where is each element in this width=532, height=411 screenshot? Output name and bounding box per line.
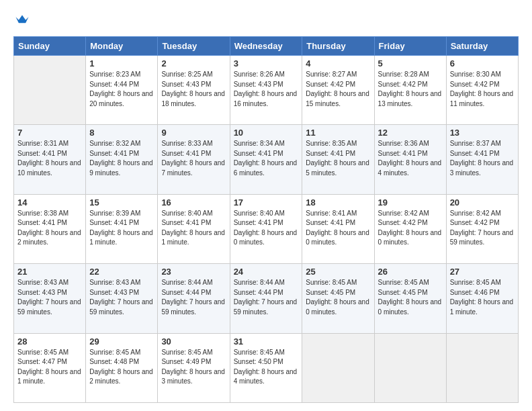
- day-number: 8: [89, 128, 154, 138]
- day-number: 28: [17, 336, 82, 347]
- day-info: Sunrise: 8:45 AMSunset: 4:50 PMDaylight:…: [234, 348, 299, 387]
- day-number: 11: [306, 128, 370, 138]
- calendar-cell: 21Sunrise: 8:43 AMSunset: 4:43 PMDayligh…: [14, 264, 86, 333]
- day-info: Sunrise: 8:45 AMSunset: 4:45 PMDaylight:…: [378, 278, 443, 317]
- svg-marker-0: [15, 15, 28, 23]
- day-number: 5: [378, 58, 443, 68]
- calendar-cell: 19Sunrise: 8:42 AMSunset: 4:42 PMDayligh…: [374, 194, 446, 263]
- day-number: 22: [89, 267, 154, 277]
- calendar-cell: 4Sunrise: 8:27 AMSunset: 4:42 PMDaylight…: [302, 56, 374, 125]
- day-number: 1: [89, 58, 154, 68]
- logo: [13, 12, 31, 30]
- calendar-cell: 22Sunrise: 8:43 AMSunset: 4:43 PMDayligh…: [86, 264, 158, 333]
- calendar-cell: 3Sunrise: 8:26 AMSunset: 4:43 PMDaylight…: [230, 56, 302, 125]
- day-info: Sunrise: 8:43 AMSunset: 4:43 PMDaylight:…: [89, 278, 154, 317]
- calendar-cell: 29Sunrise: 8:45 AMSunset: 4:48 PMDayligh…: [86, 333, 158, 402]
- day-info: Sunrise: 8:26 AMSunset: 4:43 PMDaylight:…: [234, 70, 299, 109]
- day-info: Sunrise: 8:45 AMSunset: 4:47 PMDaylight:…: [17, 348, 82, 387]
- calendar-cell: 10Sunrise: 8:34 AMSunset: 4:41 PMDayligh…: [230, 125, 302, 194]
- calendar-cell: 15Sunrise: 8:39 AMSunset: 4:41 PMDayligh…: [86, 194, 158, 263]
- day-number: 26: [378, 267, 443, 277]
- calendar-cell: 31Sunrise: 8:45 AMSunset: 4:50 PMDayligh…: [230, 333, 302, 402]
- day-number: 25: [306, 267, 370, 277]
- day-info: Sunrise: 8:36 AMSunset: 4:41 PMDaylight:…: [378, 139, 443, 178]
- calendar-cell: 16Sunrise: 8:40 AMSunset: 4:41 PMDayligh…: [158, 194, 230, 263]
- calendar-cell: 8Sunrise: 8:32 AMSunset: 4:41 PMDaylight…: [86, 125, 158, 194]
- day-info: Sunrise: 8:31 AMSunset: 4:41 PMDaylight:…: [17, 139, 82, 178]
- day-number: 20: [450, 197, 515, 208]
- day-number: 4: [306, 58, 370, 68]
- calendar-cell: 6Sunrise: 8:30 AMSunset: 4:42 PMDaylight…: [446, 56, 518, 125]
- day-number: 18: [306, 197, 370, 208]
- day-number: 16: [161, 197, 226, 208]
- calendar-cell: 14Sunrise: 8:38 AMSunset: 4:41 PMDayligh…: [14, 194, 86, 263]
- calendar-week-row: 14Sunrise: 8:38 AMSunset: 4:41 PMDayligh…: [14, 194, 519, 263]
- day-info: Sunrise: 8:34 AMSunset: 4:41 PMDaylight:…: [234, 139, 299, 178]
- calendar-cell: 11Sunrise: 8:35 AMSunset: 4:41 PMDayligh…: [302, 125, 374, 194]
- calendar-cell: 20Sunrise: 8:42 AMSunset: 4:42 PMDayligh…: [446, 194, 518, 263]
- day-number: 17: [234, 197, 299, 208]
- day-info: Sunrise: 8:45 AMSunset: 4:45 PMDaylight:…: [306, 278, 370, 317]
- day-of-week-header: Wednesday: [230, 37, 302, 56]
- day-info: Sunrise: 8:42 AMSunset: 4:42 PMDaylight:…: [450, 209, 515, 248]
- calendar-cell: 18Sunrise: 8:41 AMSunset: 4:41 PMDayligh…: [302, 194, 374, 263]
- day-of-week-header: Tuesday: [158, 37, 230, 56]
- calendar-cell: 2Sunrise: 8:25 AMSunset: 4:43 PMDaylight…: [158, 56, 230, 125]
- day-info: Sunrise: 8:45 AMSunset: 4:49 PMDaylight:…: [161, 348, 226, 387]
- day-number: 19: [378, 197, 443, 208]
- day-number: 27: [450, 267, 515, 277]
- calendar-table: SundayMondayTuesdayWednesdayThursdayFrid…: [13, 36, 519, 403]
- day-info: Sunrise: 8:42 AMSunset: 4:42 PMDaylight:…: [378, 209, 443, 248]
- day-number: 6: [450, 58, 515, 68]
- day-info: Sunrise: 8:27 AMSunset: 4:42 PMDaylight:…: [306, 70, 370, 109]
- day-info: Sunrise: 8:41 AMSunset: 4:41 PMDaylight:…: [306, 209, 370, 248]
- calendar-cell: 25Sunrise: 8:45 AMSunset: 4:45 PMDayligh…: [302, 264, 374, 333]
- calendar-page: SundayMondayTuesdayWednesdayThursdayFrid…: [0, 0, 532, 411]
- day-number: 2: [161, 58, 226, 68]
- calendar-cell: 12Sunrise: 8:36 AMSunset: 4:41 PMDayligh…: [374, 125, 446, 194]
- day-info: Sunrise: 8:23 AMSunset: 4:44 PMDaylight:…: [89, 70, 154, 109]
- day-of-week-header: Monday: [86, 37, 158, 56]
- day-info: Sunrise: 8:45 AMSunset: 4:48 PMDaylight:…: [89, 348, 154, 387]
- day-number: 29: [89, 336, 154, 347]
- day-number: 24: [234, 267, 299, 277]
- day-number: 10: [234, 128, 299, 138]
- calendar-week-row: 21Sunrise: 8:43 AMSunset: 4:43 PMDayligh…: [14, 264, 519, 333]
- header: [13, 12, 519, 30]
- day-info: Sunrise: 8:37 AMSunset: 4:41 PMDaylight:…: [450, 139, 515, 178]
- day-number: 9: [161, 128, 226, 138]
- day-info: Sunrise: 8:43 AMSunset: 4:43 PMDaylight:…: [17, 278, 82, 317]
- logo-icon: [15, 12, 30, 27]
- calendar-cell: [14, 56, 86, 125]
- day-of-week-header: Friday: [374, 37, 446, 56]
- calendar-cell: [374, 333, 446, 402]
- day-number: 3: [234, 58, 299, 68]
- day-info: Sunrise: 8:32 AMSunset: 4:41 PMDaylight:…: [89, 139, 154, 178]
- day-info: Sunrise: 8:35 AMSunset: 4:41 PMDaylight:…: [306, 139, 370, 178]
- day-number: 12: [378, 128, 443, 138]
- calendar-cell: 9Sunrise: 8:33 AMSunset: 4:41 PMDaylight…: [158, 125, 230, 194]
- day-info: Sunrise: 8:33 AMSunset: 4:41 PMDaylight:…: [161, 139, 226, 178]
- calendar-cell: 28Sunrise: 8:45 AMSunset: 4:47 PMDayligh…: [14, 333, 86, 402]
- calendar-cell: 5Sunrise: 8:28 AMSunset: 4:42 PMDaylight…: [374, 56, 446, 125]
- day-info: Sunrise: 8:40 AMSunset: 4:41 PMDaylight:…: [161, 209, 226, 248]
- day-number: 21: [17, 267, 82, 277]
- calendar-cell: 24Sunrise: 8:44 AMSunset: 4:44 PMDayligh…: [230, 264, 302, 333]
- day-number: 7: [17, 128, 82, 138]
- day-info: Sunrise: 8:44 AMSunset: 4:44 PMDaylight:…: [234, 278, 299, 317]
- calendar-cell: 17Sunrise: 8:40 AMSunset: 4:41 PMDayligh…: [230, 194, 302, 263]
- day-info: Sunrise: 8:25 AMSunset: 4:43 PMDaylight:…: [161, 70, 226, 109]
- calendar-cell: 13Sunrise: 8:37 AMSunset: 4:41 PMDayligh…: [446, 125, 518, 194]
- calendar-cell: 23Sunrise: 8:44 AMSunset: 4:44 PMDayligh…: [158, 264, 230, 333]
- calendar-week-row: 1Sunrise: 8:23 AMSunset: 4:44 PMDaylight…: [14, 56, 519, 125]
- calendar-header-row: SundayMondayTuesdayWednesdayThursdayFrid…: [14, 37, 519, 56]
- calendar-week-row: 28Sunrise: 8:45 AMSunset: 4:47 PMDayligh…: [14, 333, 519, 402]
- day-of-week-header: Saturday: [446, 37, 518, 56]
- day-info: Sunrise: 8:30 AMSunset: 4:42 PMDaylight:…: [450, 70, 515, 109]
- calendar-cell: 1Sunrise: 8:23 AMSunset: 4:44 PMDaylight…: [86, 56, 158, 125]
- day-number: 13: [450, 128, 515, 138]
- day-number: 31: [234, 336, 299, 347]
- day-info: Sunrise: 8:38 AMSunset: 4:41 PMDaylight:…: [17, 209, 82, 248]
- day-of-week-header: Sunday: [14, 37, 86, 56]
- day-info: Sunrise: 8:39 AMSunset: 4:41 PMDaylight:…: [89, 209, 154, 248]
